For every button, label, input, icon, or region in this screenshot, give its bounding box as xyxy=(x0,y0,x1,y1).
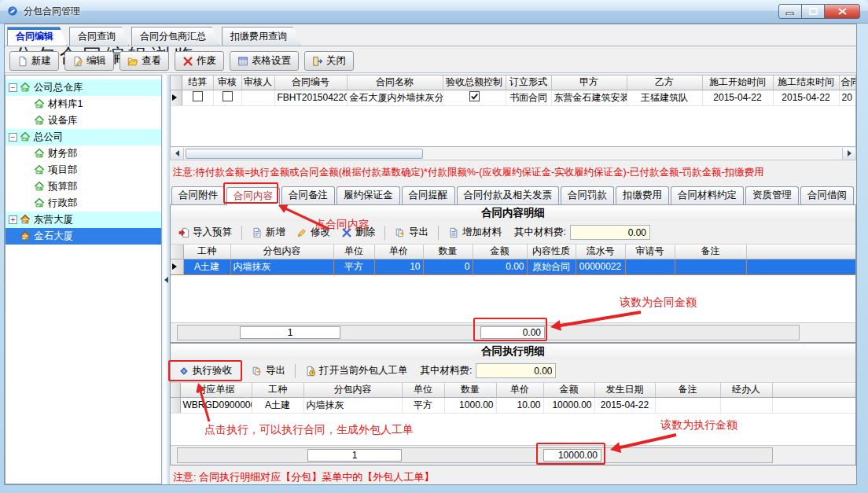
column-header[interactable]: 甲方 xyxy=(551,75,627,90)
detail-tab[interactable]: 履约保证金 xyxy=(337,186,400,204)
unchecked-checkbox[interactable] xyxy=(223,93,233,104)
table-settings-button[interactable]: 表格设置 xyxy=(230,51,299,71)
exit-door-button[interactable]: 关闭 xyxy=(304,51,354,71)
column-header[interactable]: 审核人 xyxy=(241,75,274,90)
scroll-thumb[interactable] xyxy=(186,149,423,159)
detail-tab[interactable]: 资质管理 xyxy=(745,186,799,204)
content-detail-grid: 工种分包内容单位单价数量金额内容性质流水号审请号备注A土建内墙抹灰平方1000.… xyxy=(171,245,855,323)
detail-tab[interactable]: 扣缴费用 xyxy=(616,186,669,204)
edit-page-button[interactable]: 编辑 xyxy=(64,51,114,71)
add-page-button[interactable]: 新增 xyxy=(247,223,290,242)
detail-tab[interactable]: 合同提醒 xyxy=(402,186,455,204)
table-row[interactable]: FBHT2015042201金石大厦内外墙抹灰分书面合同东营金石建筑安装王猛建筑… xyxy=(171,90,856,105)
void-x-button[interactable]: 作废 xyxy=(175,51,224,71)
row-count-box: 1 xyxy=(307,449,402,462)
scroll-left-button[interactable] xyxy=(171,148,184,160)
tree-item[interactable]: 行政部 xyxy=(6,195,161,212)
green-house-icon xyxy=(20,82,31,94)
column-header[interactable]: 合同 xyxy=(839,75,856,90)
titlebar[interactable]: 分包合同管理 xyxy=(0,0,868,24)
main-tab[interactable]: 扣缴费用查询 xyxy=(222,27,300,46)
main-tab[interactable]: 合同查询 xyxy=(69,27,129,46)
tree-splitter[interactable] xyxy=(162,75,170,484)
column-header[interactable]: 备注 xyxy=(655,383,720,397)
green-house-icon xyxy=(34,98,46,110)
detail-tab[interactable]: 合同备注 xyxy=(281,186,335,204)
column-header[interactable]: 单位 xyxy=(402,383,444,397)
column-header[interactable]: 乙方 xyxy=(627,75,702,90)
column-header[interactable]: 单价 xyxy=(374,245,423,259)
tree-item[interactable]: 材料库1 xyxy=(6,96,161,112)
execute-diamond-button[interactable]: 执行验收 xyxy=(174,361,237,381)
column-header[interactable]: 工种 xyxy=(183,245,230,259)
column-header[interactable]: 结算 xyxy=(182,75,213,90)
column-header[interactable]: 工种 xyxy=(252,383,303,397)
column-header[interactable]: 对应单据 xyxy=(180,383,252,397)
column-header[interactable]: 审核 xyxy=(213,75,241,90)
open-labor-doc-button[interactable]: 打开当前外包人工单 xyxy=(300,361,413,381)
button-label: 增加材料 xyxy=(462,226,502,239)
column-header[interactable]: 合同名称 xyxy=(347,75,443,90)
scroll-right-button[interactable] xyxy=(842,148,855,160)
detail-tab[interactable]: 合同罚款 xyxy=(561,186,614,204)
minus-expander-icon[interactable]: − xyxy=(9,133,17,142)
column-header[interactable]: 分包内容 xyxy=(230,245,333,259)
add-material-button[interactable]: 增加材料 xyxy=(443,223,506,242)
detail-tab[interactable]: 合同付款及相关发票 xyxy=(457,186,560,204)
column-header[interactable]: 施工结束时间 xyxy=(773,75,839,90)
horizontal-scrollbar[interactable] xyxy=(170,147,856,160)
modify-pencil-button[interactable]: 修改 xyxy=(292,223,335,242)
table-row[interactable]: A土建内墙抹灰平方1000.00原始合同00000022 xyxy=(171,259,855,274)
tree-item[interactable]: −公司总仓库 xyxy=(6,79,161,96)
open-folder-button[interactable]: 查看 xyxy=(120,51,169,71)
column-header[interactable]: 施工开始时间 xyxy=(702,75,773,90)
close-button[interactable] xyxy=(824,4,860,19)
material-fee-input[interactable] xyxy=(476,363,556,378)
column-header[interactable]: 单价 xyxy=(496,383,543,397)
tree-item[interactable]: 预算部 xyxy=(6,178,161,195)
minimize-button[interactable] xyxy=(778,4,802,19)
tree-item[interactable]: −总公司 xyxy=(6,129,161,145)
main-tab[interactable]: 合同编辑 xyxy=(7,27,67,46)
column-header[interactable]: 经办人 xyxy=(720,383,772,397)
table-row[interactable]: WBRGD090000008A土建内墙抹灰平方1000.0010.0010000… xyxy=(171,397,855,413)
export-button[interactable]: 导出 xyxy=(247,361,290,381)
new-page-button[interactable]: 新建 xyxy=(9,51,59,71)
column-header[interactable]: 金额 xyxy=(473,245,527,259)
main-tab[interactable]: 合同分包商汇总 xyxy=(131,27,219,46)
column-header[interactable]: 流水号 xyxy=(576,245,625,259)
column-header[interactable]: 订立形式 xyxy=(506,75,551,90)
detail-tab[interactable]: 合同内容 xyxy=(226,187,280,205)
tree-item-label: 公司总仓库 xyxy=(34,81,83,94)
tree-item[interactable]: +东营大厦 xyxy=(6,212,161,228)
column-header[interactable]: 审请号 xyxy=(625,245,675,259)
detail-tab[interactable]: 合同材料约定 xyxy=(671,186,744,204)
current-row-marker xyxy=(171,90,182,105)
column-header[interactable]: 备注 xyxy=(675,245,746,259)
tree-item[interactable]: 设备库 xyxy=(6,112,161,129)
unchecked-checkbox[interactable] xyxy=(193,93,203,104)
column-header[interactable]: 单位 xyxy=(333,245,374,259)
maximize-button[interactable] xyxy=(801,4,825,19)
minus-expander-icon[interactable]: − xyxy=(9,83,17,92)
delete-x-button[interactable]: 删除 xyxy=(337,223,380,242)
column-header[interactable]: 数量 xyxy=(444,383,496,397)
tree-item[interactable]: 金石大厦 xyxy=(6,228,161,245)
import-budget-button[interactable]: 导入预算 xyxy=(174,223,237,242)
export-button[interactable]: 导出 xyxy=(390,223,433,242)
column-header[interactable]: 发生日期 xyxy=(594,383,655,397)
tree-item[interactable]: 项目部 xyxy=(6,162,161,178)
detail-tab[interactable]: 合同借阅 xyxy=(800,186,854,204)
material-fee-input[interactable] xyxy=(570,225,650,240)
checked-checkbox[interactable] xyxy=(469,93,480,104)
column-header[interactable]: 内容性质 xyxy=(527,245,576,259)
column-header[interactable]: 分包内容 xyxy=(303,383,402,397)
column-header[interactable]: 合同编号 xyxy=(274,75,347,90)
column-header[interactable]: 数量 xyxy=(423,245,473,259)
table-cell xyxy=(625,259,675,274)
detail-tab[interactable]: 合同附件 xyxy=(171,186,225,204)
column-header[interactable]: 金额 xyxy=(543,383,594,397)
plus-expander-icon[interactable]: + xyxy=(9,215,17,224)
column-header[interactable]: 验收总额控制 xyxy=(443,75,506,90)
tree-item[interactable]: 财务部 xyxy=(6,145,161,162)
